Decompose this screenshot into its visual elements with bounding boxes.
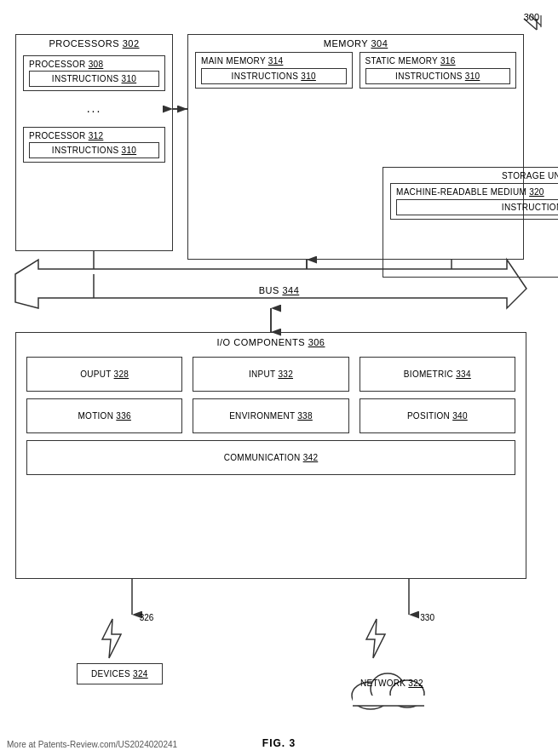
devices-lightning-ref: 326 [140,613,154,622]
io-row-2: MOTION 336 ENVIRONMENT 338 POSITION 340 [26,398,515,433]
static-memory-box: STATIC MEMORY 316 INSTRUCTIONS 310 [360,52,517,89]
network-lightning-callout: 330 [349,613,434,660]
figure-number: 300 [524,12,539,22]
bus-label: BUS 344 [259,285,300,295]
io-title: I/O COMPONENTS 306 [16,333,526,350]
environment-cell: ENVIRONMENT 338 [193,398,348,433]
network-cloud: NETWORK 322 [341,663,443,716]
network-lightning-ref: 330 [420,613,434,622]
processor-308-label: PROCESSOR 308 [29,60,159,69]
svg-marker-21 [366,619,385,658]
devices-lightning-callout: 326 [85,613,153,660]
devices-box: DEVICES 324 [77,663,163,684]
figure-caption: FIG. 3 [262,737,296,749]
storage-unit-title: STORAGE UNIT 318 [383,168,558,183]
main-memory-instructions: INSTRUCTIONS 310 [201,68,347,84]
processors-title: PROCESSORS 302 [16,35,172,50]
mrm-instructions: INSTRUCTIONS 310 [396,199,558,215]
input-cell: INPUT 332 [193,357,348,392]
network-group: 330 NETWORK 322 [341,613,443,716]
instructions-308-box: INSTRUCTIONS 310 [29,71,159,87]
main-memory-box: MAIN MEMORY 314 INSTRUCTIONS 310 [195,52,353,89]
output-cell: OUPUT 328 [26,357,182,392]
memory-title: MEMORY 304 [188,35,523,52]
memory-row: MAIN MEMORY 314 INSTRUCTIONS 310 STATIC … [195,52,516,89]
lightning-icon-network [358,617,392,660]
processor-312-box: PROCESSOR 312 INSTRUCTIONS 310 [23,127,165,163]
svg-marker-20 [102,619,121,658]
motion-cell: MOTION 336 [26,398,182,433]
processor-308-box: PROCESSOR 308 INSTRUCTIONS 310 [23,55,165,91]
network-label: NETWORK 322 [360,679,423,688]
devices-group: 326 DEVICES 324 [77,613,163,684]
dots: ... [16,94,172,122]
biometric-cell: BIOMETRIC 334 [360,357,515,392]
processors-box: PROCESSORS 302 PROCESSOR 308 INSTRUCTION… [15,34,173,251]
memory-box: MEMORY 304 MAIN MEMORY 314 INSTRUCTIONS … [187,34,524,260]
main-memory-title: MAIN MEMORY 314 [201,56,347,66]
diagram-container: 300 PROCESSORS 302 PROCESSOR 308 INSTRUC… [0,0,558,756]
mrm-box: MACHINE-READABLE MEDIUM 320 INSTRUCTIONS… [390,183,558,220]
static-memory-title: STATIC MEMORY 316 [365,56,511,66]
processor-312-label: PROCESSOR 312 [29,131,159,140]
svg-rect-25 [353,696,426,706]
instructions-312-box: INSTRUCTIONS 310 [29,142,159,158]
static-memory-instructions: INSTRUCTIONS 310 [365,68,511,84]
io-row-1: OUPUT 328 INPUT 332 BIOMETRIC 334 [26,357,515,392]
communication-cell: COMMUNICATION 342 [26,440,515,475]
mrm-title: MACHINE-READABLE MEDIUM 320 [396,187,558,197]
position-cell: POSITION 340 [360,398,515,433]
lightning-icon-devices [94,617,128,660]
cloud-icon [341,663,443,714]
storage-unit-box: STORAGE UNIT 318 MACHINE-READABLE MEDIUM… [383,167,558,278]
io-components-box: I/O COMPONENTS 306 OUPUT 328 INPUT 332 B… [15,332,526,579]
footer-text: More at Patents-Review.com/US2024020241 [7,740,177,749]
